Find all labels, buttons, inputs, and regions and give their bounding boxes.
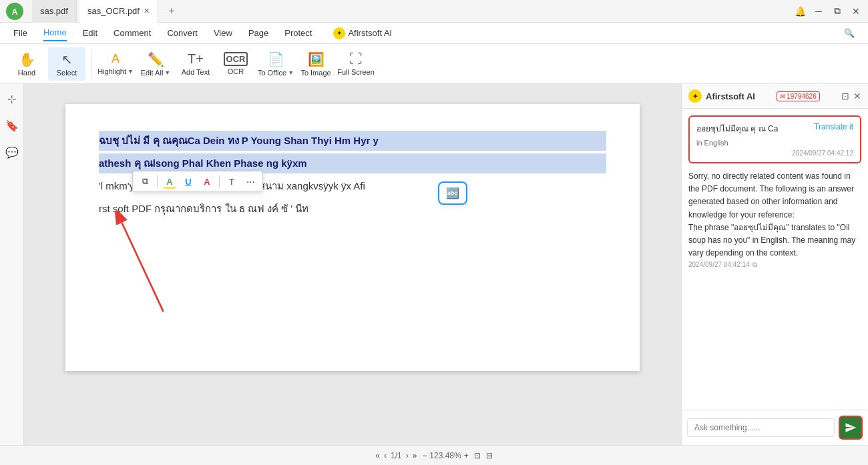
first-page-button[interactable]: « (375, 451, 380, 460)
ai-badge: ✉ 19794626 (777, 91, 820, 101)
prev-page-button[interactable]: ‹ (384, 451, 387, 460)
sidebar-cursor-icon[interactable]: ⊹ (3, 89, 21, 108)
tab-sas-ocr-pdf[interactable]: sas_OCR.pdf ✕ (79, 0, 158, 23)
search-icon[interactable]: 🔍 (844, 28, 855, 38)
menu-comment[interactable]: Comment (114, 25, 151, 41)
underline-format-button[interactable]: U (180, 173, 196, 189)
translate-link[interactable]: Translate it (814, 122, 853, 131)
ai-panel-header: ✦ Afirstsoft AI ✉ 19794626 ⊡ ✕ (682, 84, 868, 109)
next-page-button[interactable]: › (406, 451, 409, 460)
sidebar-bookmark-icon[interactable]: 🔖 (3, 116, 21, 135)
left-sidebar: ⊹ 🔖 💬 (0, 84, 24, 445)
zoom-in-button[interactable]: + (464, 451, 469, 460)
edit-all-icon: ✏️ (148, 51, 164, 67)
title-bar-left: A sas.pdf sas_OCR.pdf ✕ ＋ (5, 0, 182, 23)
zoom-out-button[interactable]: − (422, 451, 427, 460)
ocr-tool-button[interactable]: OCR OCR (217, 47, 254, 81)
to-image-icon: 🖼️ (308, 51, 324, 67)
notification-icon[interactable]: 🔔 (793, 5, 807, 18)
extra-format-button[interactable]: ⋯ (242, 173, 258, 189)
select-tool-button[interactable]: ↖ Select (48, 47, 85, 81)
text-line-1: ฉบชุ ปไม่ มี คุ ณคุณCa Dein ทง P Young S… (99, 131, 606, 151)
panel-close-icon[interactable]: ✕ (853, 91, 861, 101)
full-screen-icon: ⛶ (349, 51, 363, 67)
translate-bubble[interactable]: 🔤 (438, 181, 467, 205)
tab-close-icon[interactable]: ✕ (144, 7, 150, 15)
zoom-controls: − 123.48% + (422, 451, 468, 460)
ai-logo-icon: ✦ (688, 89, 702, 103)
toolbar-divider-1 (91, 51, 91, 77)
menu-page[interactable]: Page (248, 25, 268, 41)
pdf-page: ฉบชุ ปไม่ มี คุ ณคุณCa Dein ทง P Young S… (65, 104, 640, 371)
highlight-format-button[interactable]: A (162, 173, 178, 189)
chat-input[interactable] (687, 418, 835, 437)
panel-expand-icon[interactable]: ⊡ (841, 91, 849, 101)
response-timestamp: 2024/09/27 04:42:14 ⧉ (688, 260, 861, 270)
send-button[interactable] (839, 416, 863, 440)
query-timestamp: 2024/09/27 04:42:12 (696, 149, 853, 157)
hand-tool-button[interactable]: ✋ Hand (8, 47, 45, 81)
minimize-icon[interactable]: ─ (812, 5, 825, 18)
menu-convert[interactable]: Convert (167, 25, 198, 41)
menu-file[interactable]: File (13, 25, 27, 41)
highlight-icon: A (112, 52, 120, 66)
to-office-tool-button[interactable]: 📄 To Office ▼ (257, 47, 294, 81)
to-image-tool-button[interactable]: 🖼️ To Image (297, 47, 335, 81)
title-bar: A sas.pdf sas_OCR.pdf ✕ ＋ 🔔 ─ ⧉ ✕ (0, 0, 868, 23)
to-office-dropdown-arrow: ▼ (288, 69, 294, 76)
menu-edit[interactable]: Edit (83, 25, 97, 41)
status-center: « ‹ 1/1 › » − 123.48% + ⊡ ⊟ (375, 451, 492, 460)
status-bar: « ‹ 1/1 › » − 123.48% + ⊡ ⊟ (0, 445, 868, 465)
page-indicator: 1/1 (391, 451, 402, 460)
zoom-level: 123.48% (429, 451, 461, 460)
translate-bubble-icon: 🔤 (446, 187, 459, 199)
sidebar-comment-icon[interactable]: 💬 (3, 143, 21, 161)
last-page-button[interactable]: » (413, 451, 417, 460)
edit-all-tool-button[interactable]: ✏️ Edit All ▼ (137, 47, 174, 81)
menu-view[interactable]: View (214, 25, 232, 41)
copy-format-button[interactable]: ⧉ (137, 173, 153, 189)
more-format-button[interactable]: T (224, 173, 240, 189)
panel-icons: ⊡ ✕ (841, 91, 861, 101)
red-arrow-indicator (105, 211, 186, 318)
app-logo: A (5, 2, 24, 21)
menu-bar: File Home Edit Comment Convert View Page… (0, 23, 868, 44)
menu-home[interactable]: Home (43, 25, 67, 41)
pdf-page-area: ฉบชุ ปไม่ มี คุ ณคุณCa Dein ทง P Young S… (24, 84, 681, 445)
menu-protect[interactable]: Protect (284, 25, 312, 41)
ocr-icon: OCR (224, 52, 248, 66)
hand-icon: ✋ (19, 51, 35, 67)
to-office-icon: 📄 (268, 51, 284, 67)
fit-width-button[interactable]: ⊟ (486, 451, 493, 460)
chat-input-area (682, 410, 868, 445)
highlight-dropdown-arrow: ▼ (128, 68, 134, 75)
response-box: Sorry, no directly related content was f… (688, 170, 861, 270)
page-navigation: « ‹ 1/1 › » (375, 451, 417, 460)
response-text: Sorry, no directly related content was f… (688, 170, 861, 260)
text-color-format-button[interactable]: A (199, 173, 215, 189)
pdf-viewer: ฉบชุ ปไม่ มี คุ ณคุณCa Dein ทง P Young S… (24, 84, 681, 445)
close-window-icon[interactable]: ✕ (849, 5, 863, 18)
format-separator-1 (157, 175, 158, 187)
restore-icon[interactable]: ⧉ (831, 5, 844, 18)
format-separator-2 (219, 175, 220, 187)
tab-add-button[interactable]: ＋ (161, 4, 182, 18)
menu-afirstsoft-ai[interactable]: ✦ Afirstsoft AI (328, 25, 397, 42)
edit-all-dropdown-arrow: ▼ (164, 69, 170, 76)
ai-panel-title: ✦ Afirstsoft AI (688, 89, 755, 103)
text-format-toolbar: ⧉ A U A T ⋯ (132, 171, 263, 192)
highlight-tool-button[interactable]: A Highlight ▼ (97, 47, 134, 81)
afirstsoft-logo-icon: ✦ (333, 27, 345, 39)
title-bar-right: 🔔 ─ ⧉ ✕ (793, 5, 863, 18)
in-english-label: in English (696, 139, 853, 147)
fit-page-button[interactable]: ⊡ (474, 451, 481, 460)
svg-line-3 (122, 223, 163, 312)
tab-sas-pdf[interactable]: sas.pdf (32, 0, 77, 23)
chat-area: ออยซุปไม่มีคุณ คุ ณ Ca Translate it in E… (682, 109, 868, 410)
copy-response-icon[interactable]: ⧉ (752, 260, 757, 270)
query-box: ออยซุปไม่มีคุณ คุ ณ Ca Translate it in E… (688, 115, 861, 163)
full-screen-tool-button[interactable]: ⛶ Full Screen (337, 47, 375, 81)
main-layout: ⊹ 🔖 💬 ฉบชุ ปไม่ มี คุ ณคุณCa Dein ทง P Y… (0, 84, 868, 445)
text-line-4: rst soft PDF กรุณากดบริการ ใน ธ ณฟ งค์ ซ… (99, 199, 606, 219)
add-text-tool-button[interactable]: T+ Add Text (177, 47, 214, 81)
